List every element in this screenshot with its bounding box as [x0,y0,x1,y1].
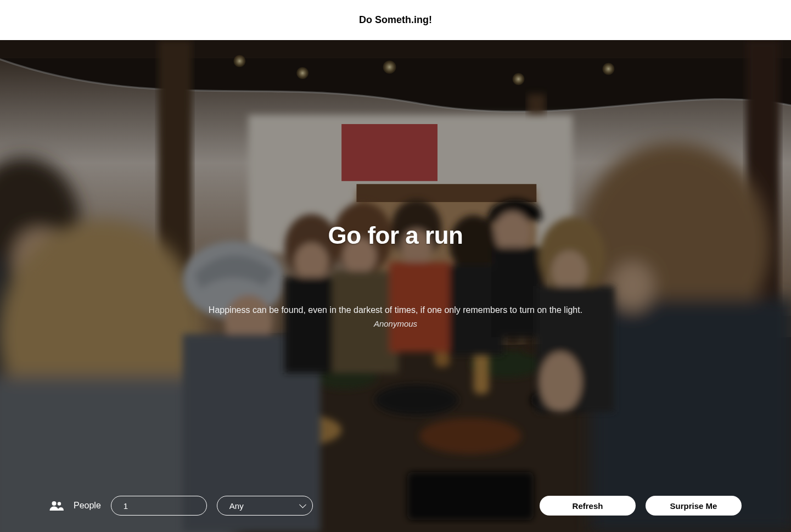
activity-title: Go for a run [328,222,463,249]
svg-point-56 [58,502,61,505]
quote-author: Anonymous [374,319,417,328]
type-select[interactable]: Any [217,496,313,516]
type-select-wrap: Any [217,496,313,516]
svg-point-55 [52,501,57,506]
quote-text: Happiness can be found, even in the dark… [209,304,582,316]
page-header: Do Someth.ing! [0,0,791,40]
hero-section: Go for a run Happiness can be found, eve… [0,40,791,532]
app-title: Do Someth.ing! [359,14,432,25]
hero-content: Go for a run Happiness can be found, eve… [0,40,791,532]
refresh-button[interactable]: Refresh [540,496,636,516]
people-input[interactable] [111,496,207,516]
toolbar-left-group: People Any [49,496,313,516]
toolbar-right-group: Refresh Surprise Me [540,496,742,516]
people-icon [49,500,64,511]
surprise-me-button[interactable]: Surprise Me [646,496,742,516]
bottom-toolbar: People Any Refresh Surprise Me [0,485,791,532]
people-label: People [74,501,101,511]
